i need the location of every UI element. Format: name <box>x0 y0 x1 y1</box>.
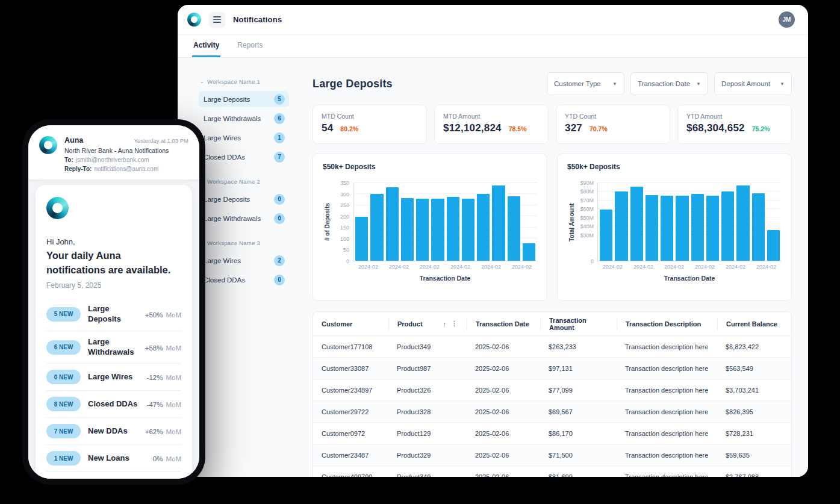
email-header: Auna Yesterday at 1:03 PM North River Ba… <box>28 125 199 180</box>
sidebar-item-closed-ddas[interactable]: Closed DDAs0 <box>199 272 289 288</box>
email-header-meta: Auna Yesterday at 1:03 PM North River Ba… <box>64 136 188 172</box>
sidebar-item-large-withdrawals[interactable]: Large Withdrawals6 <box>199 110 289 126</box>
workspace-label[interactable]: ⌄Workspace Name 2 <box>200 178 289 185</box>
email-to-value: jsmith@northriverbank.com <box>76 157 149 163</box>
workspace-label[interactable]: ⌄Workspace Name 3 <box>200 240 289 246</box>
chevron-down-icon: ▼ <box>612 81 617 87</box>
y-tick-label: $30M <box>580 232 594 238</box>
kebab-menu-icon[interactable]: ⋮ <box>451 320 458 328</box>
stat-card-mtd-amount: MTD Amount$12,102,82478.5% <box>434 105 549 144</box>
table-cell: Transaction description here <box>617 473 717 478</box>
hamburger-menu-button[interactable] <box>209 12 225 28</box>
filter-transaction-date[interactable]: Transaction Date▼ <box>630 72 708 95</box>
bar <box>370 194 383 261</box>
filter-deposit-amount[interactable]: Deposit Amount▼ <box>714 72 792 95</box>
sidebar-item-large-deposits[interactable]: Large Deposits0 <box>199 191 289 207</box>
x-tick-label: 2024-02 <box>476 264 506 270</box>
sidebar-item-large-withdrawals[interactable]: Large Withdrawals0 <box>199 210 289 226</box>
trend-percent: +50% <box>145 311 163 319</box>
new-count-badge: 8 NEW <box>46 397 81 411</box>
table-row[interactable]: Customer409790Product3492025-02-06$81,69… <box>313 466 791 477</box>
table-cell: $71,500 <box>540 452 617 459</box>
x-tick-label: 2024-02 <box>353 264 384 270</box>
table-cell: Transaction description here <box>617 365 717 372</box>
main-panel: Large Deposits Customer Type▼Transaction… <box>313 58 808 477</box>
table-row[interactable]: Customer29722Product3282025-02-06$69,567… <box>313 401 791 423</box>
bar <box>661 196 673 261</box>
chart-plot-row: $90M$80M$70M$60M$50M$40M$30M0 <box>576 179 782 261</box>
stat-card-ytd-count: YTD Count32770.7% <box>556 105 670 144</box>
chart-plot <box>353 183 537 261</box>
filter-customer-type[interactable]: Customer Type▼ <box>547 72 624 95</box>
transactions-table: CustomerProduct↑⋮Transaction DateTransac… <box>313 311 792 477</box>
filter-bar: Customer Type▼Transaction Date▼Deposit A… <box>547 72 792 95</box>
table-cell: $728,231 <box>717 430 791 437</box>
tab-bar: ActivityReports <box>178 35 808 58</box>
table-row[interactable]: Customer234897Product3262025-02-06$77,09… <box>313 379 791 401</box>
hamburger-icon <box>213 16 221 17</box>
filter-label: Transaction Date <box>638 80 690 87</box>
sidebar-item-large-wires[interactable]: Large Wires1 <box>199 129 289 146</box>
x-tick-label: 2024-02 <box>414 264 445 270</box>
notification-item: 8 NEWClosed DDAs-47%MoM <box>46 391 181 418</box>
chevron-down-icon: ▼ <box>780 81 785 87</box>
email-replyto-value: notifications@auna.com <box>94 166 158 172</box>
email-replyto-line: Reply-To:notifications@auna.com <box>64 166 188 172</box>
notification-label: Large Withdrawals <box>88 337 138 358</box>
column-header-transaction-amount: Transaction Amount <box>540 317 617 331</box>
table-row[interactable]: Customer177108Product3492025-02-06$263,2… <box>313 336 791 358</box>
trend-period: MoM <box>166 428 181 435</box>
table-cell: $826,395 <box>717 408 791 415</box>
trend-percent: -47% <box>147 401 163 408</box>
sidebar-item-closed-ddas[interactable]: Closed DDAs7 <box>199 149 289 165</box>
notification-trend: 0%MoM <box>153 453 181 464</box>
workspace-group: ⌄Workspace Name 1Large Deposits5Large Wi… <box>199 78 289 165</box>
table-cell: Customer409790 <box>313 473 388 478</box>
count-badge: 0 <box>274 213 285 224</box>
email-timestamp: Yesterday at 1:03 PM <box>134 137 188 144</box>
stat-card-ytd-amount: YTD Amount$68,304,65275.2% <box>677 105 792 144</box>
table-cell: $263,233 <box>540 343 617 350</box>
trend-period: MoM <box>166 401 181 408</box>
y-tick-label: 100 <box>340 236 349 242</box>
bar <box>477 194 490 261</box>
notification-label: New DDAs <box>88 426 138 437</box>
stat-row: 32770.7% <box>565 122 661 134</box>
y-tick-label: 250 <box>340 202 349 208</box>
table-cell: Customer177108 <box>313 343 388 350</box>
email-subject: North River Bank - Auna Notifications <box>64 147 188 154</box>
y-tick-label: 200 <box>340 214 349 220</box>
filter-label: Customer Type <box>554 80 601 87</box>
trend-percent: 0% <box>153 455 163 462</box>
bar <box>600 210 612 261</box>
workspace-label[interactable]: ⌄Workspace Name 1 <box>200 78 289 85</box>
y-tick-label: $50M <box>580 215 594 221</box>
chart-card-2: $50k+ DepositsTotal Amount$90M$80M$70M$6… <box>557 154 792 301</box>
stat-value: $68,304,652 <box>686 122 745 134</box>
tab-activity[interactable]: Activity <box>192 35 220 57</box>
tab-reports[interactable]: Reports <box>236 35 264 57</box>
table-cell: $6,823,422 <box>717 343 791 350</box>
user-avatar[interactable]: JM <box>779 11 795 28</box>
table-cell: Product326 <box>388 387 467 394</box>
stat-percent: 70.7% <box>590 125 608 132</box>
notification-label: Large Wires <box>88 372 140 382</box>
y-tick-label: 150 <box>340 225 349 231</box>
sidebar-item-large-wires[interactable]: Large Wires2 <box>199 252 289 269</box>
table-row[interactable]: Customer0972Product1292025-02-06$86,170T… <box>313 423 791 444</box>
email-to-line: To:jsmith@northriverbank.com <box>64 157 188 163</box>
table-cell: Customer0972 <box>313 430 388 437</box>
chart-y-axis-label: Total Amount <box>567 183 576 261</box>
trend-period: MoM <box>166 311 181 319</box>
sidebar-item-label: Large Withdrawals <box>204 115 261 122</box>
sort-ascending-icon[interactable]: ↑ <box>443 320 447 328</box>
sidebar-item-large-deposits[interactable]: Large Deposits5 <box>199 91 289 107</box>
table-cell: Customer29722 <box>313 408 388 415</box>
table-row[interactable]: Customer23487Product3292025-02-06$71,500… <box>313 444 791 466</box>
trend-period: MoM <box>166 455 181 462</box>
x-tick-label: 2024-02 <box>689 264 720 270</box>
notification-trend: -47%MoM <box>147 399 181 409</box>
table-row[interactable]: Customer33087Product9872025-02-06$97,131… <box>313 358 791 379</box>
workspace-group: ⌄Workspace Name 2Large Deposits0Large Wi… <box>199 178 289 226</box>
sidebar-item-label: Closed DDAs <box>204 154 245 161</box>
